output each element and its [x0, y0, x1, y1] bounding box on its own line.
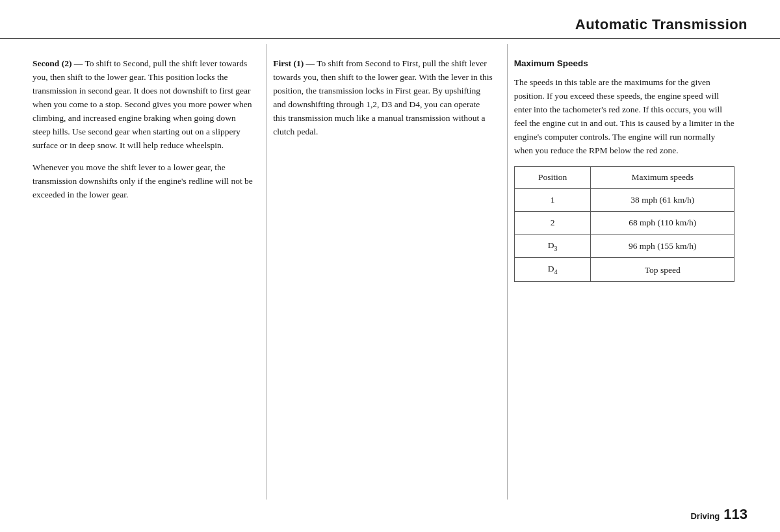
col-max-header: Maximum speeds: [591, 167, 734, 189]
col2-para1: First (1) — To shift from Second to Firs…: [273, 57, 493, 139]
col-position-header: Position: [514, 167, 591, 189]
table-header-row: Position Maximum speeds: [514, 167, 734, 189]
footer-section: Driving: [690, 511, 720, 521]
col1-para2: Whenever you move the shift lever to a l…: [32, 161, 253, 202]
main-content: Second (2) — To shift to Second, pull th…: [32, 44, 748, 500]
col2-text-1: — To shift from Second to First, pull th…: [273, 58, 492, 136]
max-speeds-body: The speeds in this table are the maximum…: [514, 76, 734, 158]
speed-cell: 68 mph (110 km/h): [591, 211, 734, 234]
table-row: D396 mph (155 km/h): [514, 234, 734, 258]
page-header: Automatic Transmission: [0, 0, 780, 39]
position-cell: D4: [514, 258, 591, 282]
column-2: First (1) — To shift from Second to Firs…: [266, 44, 507, 500]
table-row: 268 mph (110 km/h): [514, 211, 734, 234]
position-cell: D3: [514, 234, 591, 258]
footer-page: 113: [723, 506, 748, 523]
footer: Driving 113: [690, 506, 748, 523]
page-container: Automatic Transmission Second (2) — To s…: [0, 0, 780, 532]
column-1: Second (2) — To shift to Second, pull th…: [32, 44, 266, 500]
position-cell: 2: [514, 211, 591, 234]
position-cell: 1: [514, 189, 591, 212]
column-3: Maximum Speeds The speeds in this table …: [508, 44, 748, 500]
speeds-table: Position Maximum speeds 138 mph (61 km/h…: [514, 166, 734, 282]
col1-para1: Second (2) — To shift to Second, pull th…: [32, 57, 253, 152]
page-title: Automatic Transmission: [575, 16, 748, 33]
max-speeds-section: Maximum Speeds The speeds in this table …: [514, 57, 734, 282]
speed-cell: 96 mph (155 km/h): [591, 234, 734, 258]
speed-cell: Top speed: [591, 258, 734, 282]
col1-bold-1: Second (2): [32, 58, 72, 68]
table-row: 138 mph (61 km/h): [514, 189, 734, 212]
speed-cell: 38 mph (61 km/h): [591, 189, 734, 212]
col1-text-1: — To shift to Second, pull the shift lev…: [32, 58, 252, 150]
table-row: D4Top speed: [514, 258, 734, 282]
col2-bold-1: First (1): [273, 58, 304, 68]
max-speeds-heading: Maximum Speeds: [514, 57, 734, 71]
